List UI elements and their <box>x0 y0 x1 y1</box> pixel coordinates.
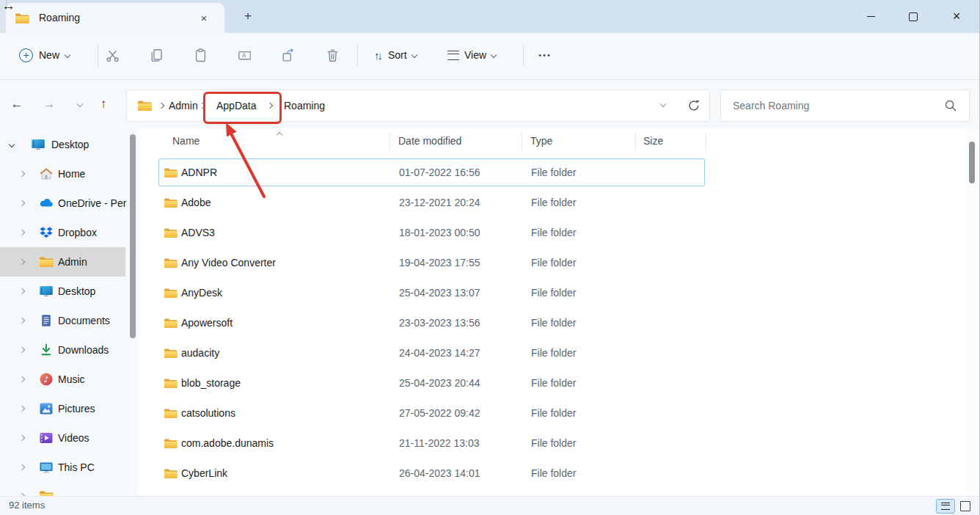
chevron-right-icon[interactable] <box>19 288 25 294</box>
explorer-tab[interactable]: Roaming × <box>6 3 224 33</box>
address-dropdown-chevron-icon[interactable] <box>660 101 666 107</box>
column-header-size[interactable]: Size <box>643 135 663 147</box>
search-icon[interactable] <box>944 99 957 112</box>
column-separator[interactable] <box>522 133 522 151</box>
sidebar-item-desktop[interactable]: Desktop <box>0 277 125 306</box>
chevron-right-icon[interactable] <box>19 318 25 324</box>
view-button[interactable]: View <box>440 42 503 68</box>
delete-button[interactable] <box>318 42 347 68</box>
file-row-anydesk[interactable]: AnyDesk 25-04-2023 13:07 File folder <box>158 279 705 307</box>
chevron-right-icon[interactable] <box>19 200 25 206</box>
large-icons-view-toggle[interactable] <box>958 500 973 513</box>
chevron-right-icon[interactable] <box>19 171 25 177</box>
breadcrumb-item-roaming[interactable]: Roaming <box>279 90 329 121</box>
up-button[interactable]: ↑ <box>91 92 116 117</box>
sidebar-item-documents[interactable]: Documents <box>0 306 125 335</box>
delete-icon <box>325 48 340 63</box>
file-name: Adobe <box>181 189 211 216</box>
back-button[interactable]: ← <box>4 92 29 117</box>
breadcrumb-item-admin[interactable]: Admin <box>164 90 202 121</box>
scrollbar-thumb[interactable] <box>969 142 975 183</box>
file-row-advs3[interactable]: ADVS3 18-01-2023 00:50 File folder <box>158 219 705 246</box>
close-button[interactable]: × <box>940 0 973 33</box>
chevron-right-icon[interactable] <box>19 376 25 382</box>
address-bar-row: ← → ↑ Admin AppData Roaming <box>0 80 980 128</box>
details-view-toggle[interactable] <box>936 499 955 514</box>
paste-button[interactable] <box>186 42 215 68</box>
sidebar-item-downloads[interactable]: Downloads <box>0 335 125 365</box>
sort-ascending-icon <box>277 132 282 138</box>
column-header-type[interactable]: Type <box>530 135 552 147</box>
share-icon <box>281 48 296 63</box>
sidebar-item-label: Desktop <box>58 277 95 306</box>
column-separator[interactable] <box>706 133 706 151</box>
search-input[interactable] <box>721 90 953 121</box>
breadcrumb[interactable]: Admin AppData Roaming <box>126 90 710 122</box>
list-scrollbar[interactable] <box>967 128 977 496</box>
sidebar-item-music[interactable]: Music <box>0 365 125 394</box>
file-row-adobe[interactable]: Adobe 23-12-2021 20:24 File folder <box>158 189 705 216</box>
view-lines-icon <box>447 51 459 60</box>
sidebar-item-admin[interactable]: Admin <box>0 247 125 277</box>
file-row-cyberlink[interactable]: CyberLink 26-04-2023 14:01 File folder <box>158 459 705 487</box>
file-row-adnpr[interactable]: ADNPR 01-07-2022 16:56 File folder <box>158 158 705 186</box>
sidebar-item-partial[interactable] <box>0 487 125 496</box>
sidebar-item-label: OneDrive - Per <box>58 189 126 218</box>
sidebar-item-label: Pictures <box>58 394 95 423</box>
chevron-right-icon[interactable] <box>19 259 25 265</box>
chevron-down-icon[interactable] <box>9 142 15 147</box>
file-date: 25-04-2023 13:07 <box>399 280 480 306</box>
column-header-name[interactable]: Name <box>172 135 200 147</box>
recent-locations-button[interactable] <box>67 92 92 117</box>
chevron-right-icon[interactable] <box>19 406 25 412</box>
chevron-right-icon[interactable] <box>19 464 25 470</box>
sidebar-item-label: Downloads <box>58 335 109 365</box>
file-row-any-video-converter[interactable]: Any Video Converter 19-04-2023 17:55 Fil… <box>158 249 705 277</box>
breadcrumb-item-appdata[interactable]: AppData <box>212 90 260 121</box>
share-button[interactable] <box>274 42 303 68</box>
copy-button[interactable] <box>142 42 171 68</box>
search-box[interactable] <box>720 90 970 122</box>
refresh-icon[interactable] <box>687 99 701 112</box>
sidebar-scrollbar[interactable] <box>130 134 136 338</box>
sidebar-item-dropbox[interactable]: Dropbox <box>0 218 125 247</box>
sidebar-item-home[interactable]: Home <box>0 159 125 189</box>
sort-button[interactable]: ↑↓ Sort <box>367 42 424 68</box>
new-button-label: New <box>39 49 59 61</box>
file-row-audacity[interactable]: audacity 24-04-2023 14:27 File folder <box>158 339 705 367</box>
file-row-apowersoft[interactable]: Apowersoft 23-03-2023 13:56 File folder <box>158 309 705 337</box>
sidebar-item-videos[interactable]: Videos <box>0 423 125 453</box>
cut-button[interactable] <box>98 42 127 68</box>
chevron-right-icon[interactable] <box>19 347 25 353</box>
sidebar-item-pictures[interactable]: Pictures <box>0 394 125 423</box>
minimize-button[interactable] <box>854 0 888 33</box>
file-date: 27-05-2022 09:42 <box>399 400 480 426</box>
sidebar-item-label: Home <box>58 159 85 189</box>
new-tab-button[interactable]: + <box>239 7 257 25</box>
file-type: File folder <box>531 310 576 336</box>
sidebar-item-onedrive[interactable]: OneDrive - Per <box>0 189 125 218</box>
file-row-catsolutions[interactable]: catsolutions 27-05-2022 09:42 File folde… <box>158 399 705 427</box>
file-row-com-adobe-dunamis[interactable]: com.adobe.dunamis 21-11-2022 13:03 File … <box>158 429 705 457</box>
chevron-right-icon[interactable] <box>19 435 25 441</box>
music-icon <box>39 372 54 387</box>
forward-button[interactable]: → <box>37 92 62 117</box>
column-separator[interactable] <box>390 133 390 151</box>
navigation-pane: Desktop Home OneDrive - Per Dropbox Admi… <box>0 128 138 496</box>
file-row-blob-storage[interactable]: blob_storage 25-04-2023 20:44 File folde… <box>158 369 705 397</box>
sort-icon: ↑↓ <box>374 49 383 62</box>
home-icon <box>39 167 54 181</box>
folder-icon <box>15 12 29 24</box>
new-button[interactable]: + New <box>12 41 77 69</box>
more-options-button[interactable]: ••• <box>530 42 560 68</box>
column-header-date[interactable]: Date modified <box>398 135 461 147</box>
column-separator[interactable] <box>635 133 636 151</box>
chevron-right-icon[interactable] <box>19 230 25 235</box>
sidebar-item-this-pc[interactable]: This PC <box>0 453 125 482</box>
maximize-button[interactable] <box>896 0 930 33</box>
tab-close-button[interactable]: × <box>195 10 213 27</box>
rename-button[interactable] <box>230 42 259 68</box>
file-date: 21-11-2022 13:03 <box>399 430 480 456</box>
sidebar-item-desktop-top[interactable]: Desktop <box>0 130 125 159</box>
file-name: com.adobe.dunamis <box>181 430 274 456</box>
